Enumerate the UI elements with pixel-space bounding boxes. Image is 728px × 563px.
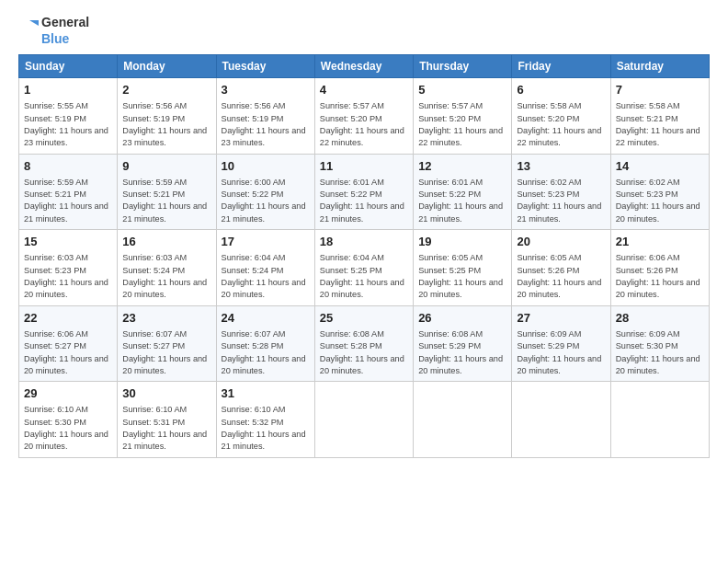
day-number: 28 bbox=[616, 310, 704, 327]
day-header-tuesday: Tuesday bbox=[216, 55, 314, 78]
day-header-friday: Friday bbox=[512, 55, 610, 78]
day-info: Sunrise: 5:59 AMSunset: 5:21 PMDaylight:… bbox=[122, 177, 210, 225]
calendar-cell bbox=[610, 382, 709, 458]
svg-marker-0 bbox=[29, 20, 39, 26]
calendar-cell: 6Sunrise: 5:58 AMSunset: 5:20 PMDaylight… bbox=[512, 78, 610, 155]
day-number: 7 bbox=[616, 82, 704, 98]
calendar-week-1: 1Sunrise: 5:55 AMSunset: 5:19 PMDaylight… bbox=[19, 78, 710, 155]
day-info: Sunrise: 6:10 AMSunset: 5:31 PMDaylight:… bbox=[122, 404, 210, 453]
day-info: Sunrise: 5:57 AMSunset: 5:20 PMDaylight:… bbox=[320, 100, 408, 149]
day-info: Sunrise: 5:58 AMSunset: 5:21 PMDaylight:… bbox=[616, 100, 704, 149]
day-info: Sunrise: 6:08 AMSunset: 5:28 PMDaylight:… bbox=[320, 328, 408, 377]
day-number: 13 bbox=[517, 158, 605, 175]
day-info: Sunrise: 6:04 AMSunset: 5:25 PMDaylight:… bbox=[320, 252, 408, 301]
day-header-sunday: Sunday bbox=[19, 55, 118, 78]
calendar-cell bbox=[414, 382, 512, 458]
day-info: Sunrise: 6:07 AMSunset: 5:27 PMDaylight:… bbox=[122, 328, 210, 377]
calendar-cell: 11Sunrise: 6:01 AMSunset: 5:22 PMDayligh… bbox=[314, 154, 413, 230]
calendar-cell: 13Sunrise: 6:02 AMSunset: 5:23 PMDayligh… bbox=[512, 154, 610, 230]
calendar-cell: 10Sunrise: 6:00 AMSunset: 5:22 PMDayligh… bbox=[216, 154, 314, 230]
day-number: 15 bbox=[24, 234, 112, 250]
calendar-cell: 2Sunrise: 5:56 AMSunset: 5:19 PMDaylight… bbox=[118, 78, 216, 155]
day-number: 29 bbox=[24, 385, 112, 402]
calendar-cell: 19Sunrise: 6:05 AMSunset: 5:25 PMDayligh… bbox=[414, 230, 512, 306]
day-info: Sunrise: 6:09 AMSunset: 5:30 PMDaylight:… bbox=[616, 328, 704, 377]
day-number: 24 bbox=[222, 310, 310, 327]
calendar-week-2: 8Sunrise: 5:59 AMSunset: 5:21 PMDaylight… bbox=[19, 154, 710, 230]
calendar-cell: 5Sunrise: 5:57 AMSunset: 5:20 PMDaylight… bbox=[414, 78, 512, 155]
day-number: 4 bbox=[320, 82, 408, 98]
day-info: Sunrise: 5:56 AMSunset: 5:19 PMDaylight:… bbox=[122, 100, 210, 149]
day-info: Sunrise: 6:06 AMSunset: 5:27 PMDaylight:… bbox=[24, 328, 112, 377]
day-number: 18 bbox=[320, 234, 408, 250]
day-number: 26 bbox=[418, 310, 506, 327]
calendar-cell: 31Sunrise: 6:10 AMSunset: 5:32 PMDayligh… bbox=[216, 382, 314, 458]
day-info: Sunrise: 6:03 AMSunset: 5:23 PMDaylight:… bbox=[24, 252, 112, 301]
day-info: Sunrise: 6:06 AMSunset: 5:26 PMDaylight:… bbox=[616, 252, 704, 301]
day-info: Sunrise: 6:00 AMSunset: 5:22 PMDaylight:… bbox=[222, 177, 310, 225]
calendar-cell: 4Sunrise: 5:57 AMSunset: 5:20 PMDaylight… bbox=[314, 78, 413, 155]
calendar-cell: 30Sunrise: 6:10 AMSunset: 5:31 PMDayligh… bbox=[118, 382, 216, 458]
day-info: Sunrise: 6:09 AMSunset: 5:29 PMDaylight:… bbox=[517, 328, 605, 377]
calendar-cell: 29Sunrise: 6:10 AMSunset: 5:30 PMDayligh… bbox=[19, 382, 118, 458]
day-number: 30 bbox=[122, 385, 210, 402]
day-number: 21 bbox=[616, 234, 704, 250]
day-number: 19 bbox=[418, 234, 506, 250]
day-number: 14 bbox=[616, 158, 704, 175]
calendar-week-5: 29Sunrise: 6:10 AMSunset: 5:30 PMDayligh… bbox=[19, 382, 710, 458]
day-number: 20 bbox=[517, 234, 605, 250]
day-info: Sunrise: 6:10 AMSunset: 5:32 PMDaylight:… bbox=[222, 404, 310, 453]
day-number: 5 bbox=[418, 82, 506, 98]
day-info: Sunrise: 6:05 AMSunset: 5:25 PMDaylight:… bbox=[418, 252, 506, 301]
day-info: Sunrise: 6:01 AMSunset: 5:22 PMDaylight:… bbox=[320, 177, 408, 225]
day-number: 6 bbox=[517, 82, 605, 98]
calendar-cell: 9Sunrise: 5:59 AMSunset: 5:21 PMDaylight… bbox=[118, 154, 216, 230]
calendar-cell: 14Sunrise: 6:02 AMSunset: 5:23 PMDayligh… bbox=[610, 154, 709, 230]
calendar-cell: 24Sunrise: 6:07 AMSunset: 5:28 PMDayligh… bbox=[216, 305, 314, 382]
day-info: Sunrise: 6:07 AMSunset: 5:28 PMDaylight:… bbox=[222, 328, 310, 377]
day-info: Sunrise: 6:04 AMSunset: 5:24 PMDaylight:… bbox=[222, 252, 310, 301]
calendar-cell: 1Sunrise: 5:55 AMSunset: 5:19 PMDaylight… bbox=[19, 78, 118, 155]
calendar-week-3: 15Sunrise: 6:03 AMSunset: 5:23 PMDayligh… bbox=[19, 230, 710, 306]
calendar-cell: 27Sunrise: 6:09 AMSunset: 5:29 PMDayligh… bbox=[512, 305, 610, 382]
calendar-cell: 12Sunrise: 6:01 AMSunset: 5:22 PMDayligh… bbox=[414, 154, 512, 230]
day-info: Sunrise: 5:55 AMSunset: 5:19 PMDaylight:… bbox=[24, 100, 112, 149]
day-number: 22 bbox=[24, 310, 112, 327]
day-number: 27 bbox=[517, 310, 605, 327]
calendar-cell bbox=[512, 382, 610, 458]
day-number: 16 bbox=[122, 234, 210, 250]
calendar-cell: 16Sunrise: 6:03 AMSunset: 5:24 PMDayligh… bbox=[118, 230, 216, 306]
day-number: 10 bbox=[222, 158, 310, 175]
calendar-cell: 23Sunrise: 6:07 AMSunset: 5:27 PMDayligh… bbox=[118, 305, 216, 382]
day-number: 9 bbox=[122, 158, 210, 175]
day-info: Sunrise: 5:57 AMSunset: 5:20 PMDaylight:… bbox=[418, 100, 506, 149]
day-header-saturday: Saturday bbox=[610, 55, 709, 78]
calendar-cell: 21Sunrise: 6:06 AMSunset: 5:26 PMDayligh… bbox=[610, 230, 709, 306]
day-number: 2 bbox=[122, 82, 210, 98]
day-info: Sunrise: 6:01 AMSunset: 5:22 PMDaylight:… bbox=[418, 177, 506, 225]
day-number: 17 bbox=[222, 234, 310, 250]
day-number: 23 bbox=[122, 310, 210, 327]
day-info: Sunrise: 5:59 AMSunset: 5:21 PMDaylight:… bbox=[24, 177, 112, 225]
day-info: Sunrise: 6:08 AMSunset: 5:29 PMDaylight:… bbox=[418, 328, 506, 377]
day-info: Sunrise: 6:05 AMSunset: 5:26 PMDaylight:… bbox=[517, 252, 605, 301]
logo-shape-icon bbox=[18, 18, 39, 44]
day-info: Sunrise: 5:58 AMSunset: 5:20 PMDaylight:… bbox=[517, 100, 605, 149]
day-info: Sunrise: 5:56 AMSunset: 5:19 PMDaylight:… bbox=[222, 100, 310, 149]
calendar-header-row: SundayMondayTuesdayWednesdayThursdayFrid… bbox=[19, 55, 710, 78]
day-number: 1 bbox=[24, 82, 112, 98]
day-info: Sunrise: 6:03 AMSunset: 5:24 PMDaylight:… bbox=[122, 252, 210, 301]
page-header: General Blue bbox=[18, 15, 710, 47]
day-number: 11 bbox=[320, 158, 408, 175]
calendar-cell: 26Sunrise: 6:08 AMSunset: 5:29 PMDayligh… bbox=[414, 305, 512, 382]
logo: General Blue bbox=[18, 15, 89, 47]
calendar-cell: 8Sunrise: 5:59 AMSunset: 5:21 PMDaylight… bbox=[19, 154, 118, 230]
day-header-thursday: Thursday bbox=[414, 55, 512, 78]
day-header-wednesday: Wednesday bbox=[314, 55, 413, 78]
day-header-monday: Monday bbox=[118, 55, 216, 78]
day-info: Sunrise: 6:02 AMSunset: 5:23 PMDaylight:… bbox=[616, 177, 704, 225]
calendar-cell: 28Sunrise: 6:09 AMSunset: 5:30 PMDayligh… bbox=[610, 305, 709, 382]
day-number: 31 bbox=[222, 385, 310, 402]
calendar-cell: 22Sunrise: 6:06 AMSunset: 5:27 PMDayligh… bbox=[19, 305, 118, 382]
day-number: 3 bbox=[222, 82, 310, 98]
